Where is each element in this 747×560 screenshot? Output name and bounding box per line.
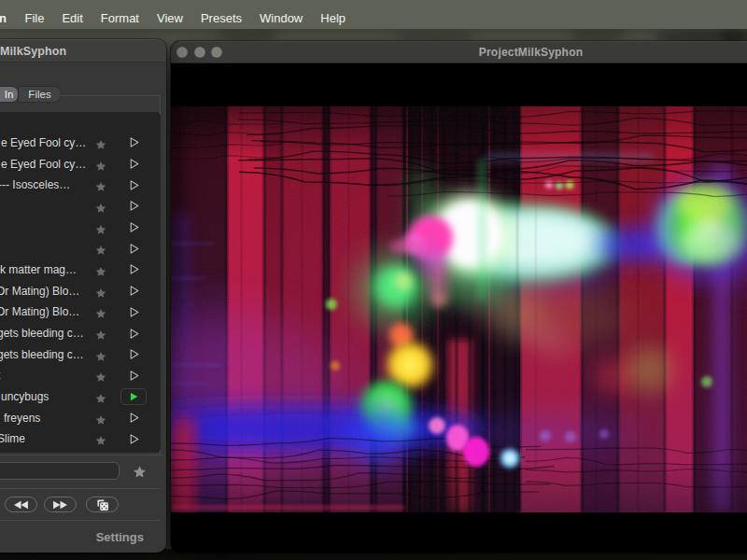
- star-icon[interactable]: [95, 201, 106, 212]
- favorite-star-icon[interactable]: [133, 465, 147, 479]
- preset-name: e Eyed Fool cy…: [1, 136, 86, 149]
- play-icon[interactable]: [121, 326, 146, 341]
- preset-row[interactable]: t: [0, 365, 161, 386]
- star-icon[interactable]: [95, 179, 106, 190]
- play-icon[interactable]: [121, 135, 146, 150]
- menu-item-window[interactable]: Window: [251, 11, 312, 25]
- preset-name: gets bleeding c…: [0, 348, 84, 361]
- preset-name: uncybugs: [1, 390, 49, 403]
- preset-name: --- Isosceles…: [0, 178, 70, 191]
- zoom-button[interactable]: [211, 47, 222, 58]
- preset-row[interactable]: Or Mating) Blo…: [0, 280, 161, 301]
- play-icon[interactable]: [121, 368, 146, 383]
- previous-preset-button[interactable]: [5, 497, 37, 512]
- preset-browser-window: MilkSyphon In Files e Eyed Fool cy…e Eye…: [0, 39, 166, 553]
- menu-item-format[interactable]: Format: [92, 11, 148, 25]
- menu-item-presets[interactable]: Presets: [191, 11, 250, 25]
- visualizer-title: ProjectMilkSyphon: [171, 46, 747, 59]
- preset-name: freyens: [4, 412, 40, 425]
- play-icon[interactable]: [121, 199, 146, 214]
- visualizer-content[interactable]: [171, 64, 747, 553]
- play-icon[interactable]: [121, 177, 146, 192]
- play-icon[interactable]: [121, 241, 146, 256]
- app-menu[interactable]: n: [0, 11, 16, 25]
- preset-row[interactable]: [0, 217, 161, 238]
- preset-name: e Eyed Fool cy…: [1, 158, 86, 171]
- search-input[interactable]: [0, 462, 120, 480]
- menu-item-file[interactable]: File: [16, 11, 53, 25]
- preset-row[interactable]: Slime: [0, 428, 161, 450]
- tab-bar: In Files: [0, 87, 61, 102]
- star-icon[interactable]: [95, 286, 106, 297]
- next-preset-button[interactable]: [44, 497, 77, 512]
- play-icon[interactable]: [121, 304, 146, 319]
- preset-row[interactable]: e Eyed Fool cy…: [0, 133, 161, 154]
- preset-row[interactable]: gets bleeding c…: [0, 323, 161, 344]
- star-icon[interactable]: [95, 243, 106, 254]
- preset-row[interactable]: gets bleeding c…: [0, 343, 161, 365]
- star-icon[interactable]: [95, 328, 106, 339]
- play-icon[interactable]: [121, 262, 146, 277]
- preset-row[interactable]: uncybugs: [0, 386, 161, 408]
- menu-bar: n FileEditFormatViewPresetsWindowHelp: [0, 0, 747, 29]
- backward-icon: [13, 500, 29, 510]
- settings-button[interactable]: Settings: [96, 530, 144, 544]
- traffic-lights: [176, 41, 222, 63]
- transport-controls: [5, 497, 119, 512]
- star-icon[interactable]: [95, 413, 106, 424]
- divider: [0, 488, 161, 489]
- visualizer-window: ProjectMilkSyphon: [171, 41, 747, 553]
- preset-row[interactable]: [0, 238, 161, 259]
- preset-row[interactable]: k matter mag…: [0, 259, 161, 281]
- preset-name: Or Mating) Blo…: [0, 285, 79, 298]
- star-icon[interactable]: [95, 159, 106, 170]
- play-icon-active[interactable]: [121, 389, 146, 404]
- menu-item-edit[interactable]: Edit: [53, 11, 92, 25]
- play-icon[interactable]: [121, 220, 146, 235]
- star-icon[interactable]: [95, 349, 106, 360]
- preset-name: Slime: [0, 432, 25, 445]
- play-icon[interactable]: [121, 284, 146, 299]
- preset-row[interactable]: [0, 196, 161, 217]
- close-button[interactable]: [176, 47, 188, 58]
- preset-row[interactable]: freyens: [0, 407, 161, 428]
- preset-list[interactable]: e Eyed Fool cy…e Eyed Fool cy…--- Isosce…: [0, 112, 161, 453]
- menu-bar-shadow: [0, 29, 747, 38]
- window-title: MilkSyphon: [0, 45, 66, 58]
- dice-icon: [96, 498, 109, 511]
- tabview-border: [0, 455, 163, 455]
- preset-name: gets bleeding c…: [0, 327, 84, 340]
- preset-row[interactable]: --- Isosceles…: [0, 175, 161, 196]
- visualizer-titlebar[interactable]: ProjectMilkSyphon: [171, 41, 747, 63]
- star-icon[interactable]: [95, 433, 106, 444]
- random-preset-button[interactable]: [86, 497, 119, 512]
- preset-row[interactable]: Or Mating) Blo…: [0, 301, 161, 323]
- play-icon[interactable]: [121, 411, 146, 426]
- menu-item-help[interactable]: Help: [312, 11, 355, 25]
- minimize-button[interactable]: [194, 47, 205, 58]
- menu-item-view[interactable]: View: [148, 11, 191, 25]
- preset-name: k matter mag…: [0, 263, 77, 276]
- tabview-border: [59, 95, 161, 96]
- star-icon[interactable]: [95, 391, 106, 402]
- visualization-art: [171, 106, 747, 512]
- star-icon[interactable]: [95, 370, 106, 381]
- play-icon[interactable]: [121, 431, 146, 446]
- preset-name: Or Mating) Blo…: [0, 305, 79, 318]
- forward-icon: [52, 500, 68, 510]
- star-icon[interactable]: [95, 306, 106, 317]
- star-icon[interactable]: [95, 264, 106, 275]
- play-icon[interactable]: [121, 157, 146, 172]
- preset-row[interactable]: e Eyed Fool cy…: [0, 153, 161, 175]
- play-icon[interactable]: [121, 347, 146, 362]
- star-icon[interactable]: [95, 137, 106, 148]
- star-icon[interactable]: [95, 222, 106, 233]
- tab-built-in[interactable]: In: [0, 87, 18, 102]
- divider: [0, 520, 161, 521]
- tab-files[interactable]: Files: [19, 87, 61, 102]
